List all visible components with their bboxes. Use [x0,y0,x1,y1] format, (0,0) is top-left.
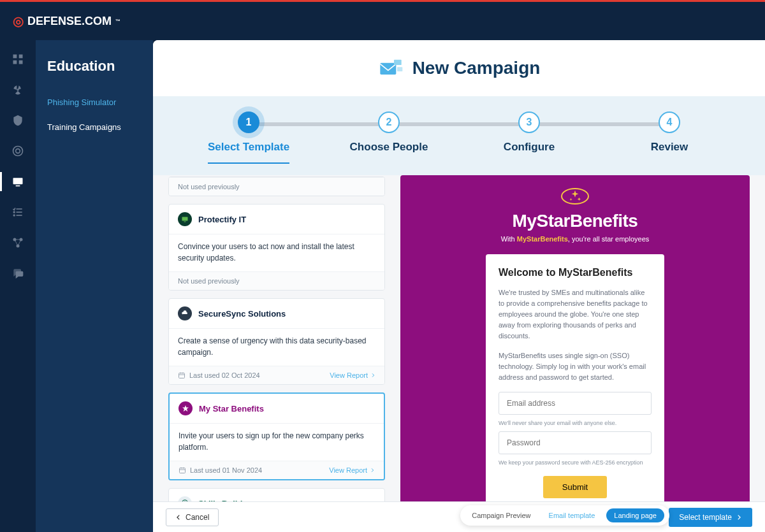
chat-icon[interactable] [11,267,24,280]
calendar-icon [178,466,186,474]
logo[interactable]: ◎ DEFENSE.COM™ [13,13,120,29]
preview-form: Welcome to MyStarBenefits We're trusted … [486,254,664,532]
template-desc: Convince your users to act now and insta… [169,234,384,271]
content-title: New Campaign [412,58,541,78]
step-label: Review [651,141,688,153]
chevron-right-icon [736,514,742,521]
svg-point-6 [16,149,20,154]
step-number: 3 [518,111,540,133]
template-desc: Create a sense of urgency with this data… [169,328,384,366]
form-p1: We're trusted by SMEs and multinationals… [499,287,652,341]
template-foot: Not used previously [178,183,240,191]
chevron-right-icon [370,468,375,473]
education-icon[interactable] [11,175,24,188]
preview-tabs: Campaign Preview Email template Landing … [460,505,669,526]
template-foot: Last used 02 Oct 2024 [189,371,260,379]
step-number: 2 [378,111,400,133]
dashboard-icon[interactable] [11,53,24,66]
template-card[interactable]: SecureSync SolutionsCreate a sense of ur… [168,298,385,385]
svg-rect-2 [13,61,17,64]
sparkle-badge-icon [561,188,589,205]
radiation-icon[interactable] [11,83,24,96]
step-review[interactable]: 4 Review [599,111,740,164]
template-icon [178,212,192,226]
sidebar: Education Phishing Simulator Training Ca… [36,40,153,532]
svg-rect-3 [19,61,23,64]
campaign-icon [378,57,404,80]
cancel-button[interactable]: Cancel [166,508,219,526]
step-select-template[interactable]: 1 Select Template [178,111,319,164]
svg-line-18 [15,240,18,246]
submit-button[interactable]: Submit [543,476,607,498]
svg-rect-23 [182,217,188,221]
svg-rect-24 [184,222,186,222]
template-desc: Invite your users to sign up for the new… [170,423,384,461]
logo-mark-icon: ◎ [13,13,24,29]
template-preview: MyStarBenefits With MyStarBenefits, you'… [400,175,750,532]
tab-landing-page[interactable]: Landing page [606,508,664,522]
svg-rect-21 [394,60,402,65]
shield-icon[interactable] [11,114,24,127]
step-choose-people[interactable]: 2 Choose People [319,111,459,164]
template-icon [178,401,193,415]
svg-line-19 [18,240,21,246]
form-welcome: Welcome to MyStarBenefits [499,267,652,278]
password-hint: We keep your password secure with AES-25… [499,459,652,466]
chevron-right-icon [370,373,375,378]
template-card[interactable]: My Star BenefitsInvite your users to sig… [168,392,385,480]
nav-rail [0,40,36,532]
svg-rect-8 [16,185,20,187]
step-label: Select Template [208,141,289,164]
svg-point-13 [13,215,15,216]
view-report-link[interactable]: View Report [330,371,375,379]
template-foot: Last used 01 Nov 2024 [190,466,262,474]
step-number: 4 [659,111,680,133]
content-header: New Campaign [153,40,765,96]
brand-text: DEFENSE.COM [27,15,112,28]
step-number: 1 [238,111,259,133]
svg-point-12 [13,212,15,213]
email-hint: We'll never share your email with anyone… [499,420,652,426]
template-list[interactable]: Not used previouslyProtectify ITConvince… [168,175,385,532]
svg-point-5 [13,147,23,156]
stepper: 1 Select Template 2 Choose People 3 Conf… [153,96,765,175]
template-card[interactable]: Not used previously [168,176,385,196]
preview-brand: MyStarBenefits [513,211,638,231]
sidebar-item-phishing[interactable]: Phishing Simulator [36,90,153,115]
svg-rect-29 [180,468,186,473]
svg-rect-20 [380,63,396,75]
svg-rect-25 [179,373,185,378]
calendar-icon [178,371,186,379]
target-icon[interactable] [11,145,24,157]
template-title: Protectify IT [198,215,246,224]
trademark: ™ [115,18,120,24]
view-report-link[interactable]: View Report [329,466,375,474]
svg-rect-22 [397,67,402,71]
network-icon[interactable] [11,236,24,249]
select-template-button[interactable]: Select template [669,508,752,527]
template-title: SecureSync Solutions [198,309,286,319]
preview-tagline: With MyStarBenefits, you're all star emp… [501,235,650,243]
tab-email-template[interactable]: Email template [541,508,603,522]
select-label: Select template [679,513,732,522]
svg-rect-1 [19,55,23,59]
checklist-icon[interactable] [11,206,24,219]
svg-rect-7 [13,178,23,184]
page-title: Education [36,58,153,90]
template-foot: Not used previously [178,277,240,285]
cancel-label: Cancel [186,513,209,522]
email-field[interactable] [499,392,652,415]
header: ◎ DEFENSE.COM™ [0,2,765,40]
step-label: Configure [504,141,555,153]
template-icon [178,306,192,320]
password-field[interactable] [499,431,652,454]
step-configure[interactable]: 3 Configure [459,111,599,164]
sidebar-item-training[interactable]: Training Campaigns [36,115,153,140]
footer: Cancel Select template [153,501,765,532]
preview-tabs-label: Campaign Preview [465,509,537,522]
template-card[interactable]: Protectify ITConvince your users to act … [168,204,385,291]
main-content: New Campaign 1 Select Template 2 Choose … [153,40,765,532]
template-title: My Star Benefits [199,404,264,413]
form-p2: MyStarBenefits uses single sign-on (SSO)… [499,350,652,383]
svg-rect-0 [13,55,17,59]
